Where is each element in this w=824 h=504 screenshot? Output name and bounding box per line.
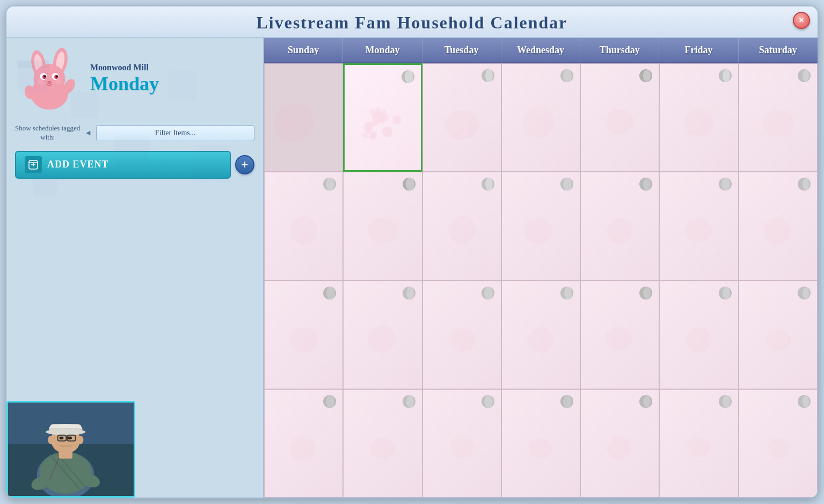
svg-point-64 [369,131,378,138]
svg-point-65 [360,132,369,139]
svg-point-127 [290,435,315,461]
table-row[interactable] [343,172,422,280]
svg-point-136 [529,437,553,459]
moon-phase-icon [402,286,417,301]
moon-phase-icon [480,286,495,301]
moon-phase-icon [480,394,495,409]
table-row[interactable] [264,389,343,498]
svg-point-60 [369,120,379,126]
table-row[interactable] [501,63,580,172]
close-button[interactable]: × [793,12,810,29]
svg-point-40 [46,429,85,435]
svg-point-46 [48,436,54,444]
svg-point-112 [448,328,476,352]
svg-point-109 [368,325,396,352]
moon-phase-icon [559,394,574,409]
table-row[interactable] [264,172,343,280]
filter-dropdown[interactable]: Filter Items... [96,125,254,141]
svg-point-118 [606,327,633,350]
svg-point-87 [406,178,414,191]
table-row[interactable] [659,63,738,172]
svg-point-114 [564,287,572,300]
svg-point-126 [326,395,334,408]
table-row[interactable] [501,389,580,498]
svg-point-142 [687,437,711,457]
svg-point-19 [47,81,51,84]
header-monday: Monday [343,38,422,62]
table-row[interactable] [501,172,580,280]
svg-point-139 [607,436,631,460]
svg-point-56 [392,116,401,125]
table-row[interactable] [343,63,422,172]
svg-point-96 [643,178,651,190]
svg-point-135 [563,395,572,408]
table-row[interactable] [580,389,659,498]
location-name: Moonwood Mill [90,63,252,72]
add-plus-button[interactable]: + [235,155,254,174]
svg-point-115 [528,327,553,352]
sidebar-top: Moonwood Mill Monday [6,38,263,120]
table-row[interactable] [659,389,738,498]
table-row[interactable] [264,63,343,172]
svg-point-123 [803,287,809,299]
svg-point-53 [372,112,383,123]
table-row[interactable] [422,281,501,389]
svg-point-79 [684,108,713,137]
moon-phase-icon [322,286,337,301]
calendar-area: Sunday Monday Tuesday Wednesday Thursday… [264,38,818,498]
svg-point-75 [643,70,651,82]
moon-phase-icon [559,286,574,301]
webcam-feed [8,403,134,496]
table-row[interactable] [422,63,501,172]
moon-phase-icon [718,177,733,192]
svg-point-47 [77,436,84,444]
moon-phase-icon [480,177,495,192]
svg-point-103 [763,217,791,245]
table-row[interactable] [739,172,818,280]
table-row[interactable] [659,281,738,389]
svg-point-82 [762,110,793,137]
day-headers: Sunday Monday Tuesday Wednesday Thursday… [264,38,818,63]
table-row[interactable] [264,281,343,389]
svg-point-108 [406,287,414,300]
svg-point-12 [33,64,65,93]
header-tuesday: Tuesday [422,38,501,62]
header-thursday: Thursday [580,38,659,62]
table-row[interactable] [739,63,818,172]
svg-point-132 [484,395,493,408]
svg-point-69 [485,69,493,82]
table-row[interactable] [739,389,818,498]
add-event-button[interactable]: Add Event [15,151,231,179]
moon-phase-icon [718,394,733,409]
table-row[interactable] [580,281,659,389]
svg-point-50 [274,103,313,142]
svg-point-145 [767,437,789,459]
table-row[interactable] [659,172,738,280]
table-row[interactable] [580,63,659,172]
svg-point-100 [686,218,713,242]
table-row[interactable] [343,389,422,498]
moon-phase-icon [559,68,574,83]
table-row[interactable] [501,281,580,389]
svg-point-70 [444,111,479,140]
svg-point-138 [643,396,651,407]
table-row[interactable] [343,281,422,389]
moon-phase-icon [797,394,812,409]
svg-point-57 [369,133,377,140]
filter-arrow-icon[interactable]: ◄ [84,129,92,137]
svg-point-141 [723,395,730,408]
moon-phase-icon [402,394,417,409]
svg-point-117 [643,287,651,299]
svg-point-20 [38,78,43,84]
moon-phase-icon [559,177,574,192]
title-bar: Livestream Fam Household Calendar × [6,6,818,38]
svg-point-144 [803,396,809,407]
svg-point-62 [381,109,387,119]
moon-phase-icon [797,68,812,83]
table-row[interactable] [739,281,818,389]
table-row[interactable] [422,172,501,280]
svg-point-81 [803,70,809,82]
svg-point-67 [369,130,376,138]
table-row[interactable] [422,389,501,498]
table-row[interactable] [580,172,659,280]
